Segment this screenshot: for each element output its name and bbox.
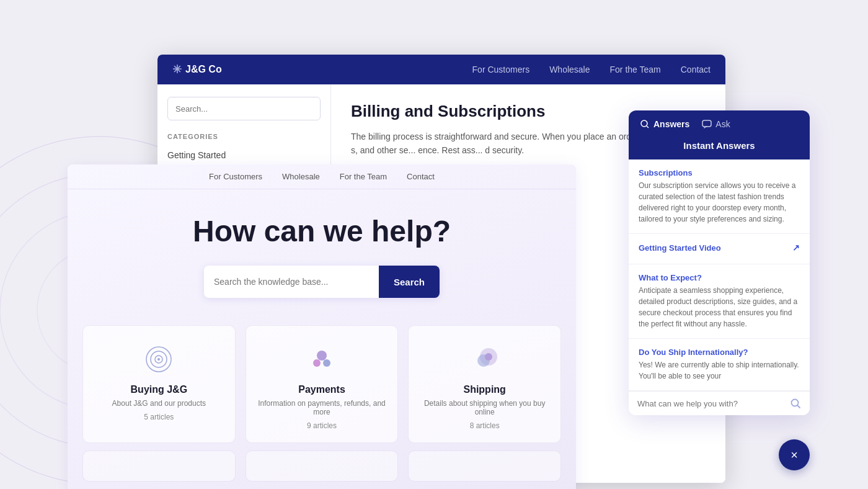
svg-point-10 <box>313 359 321 367</box>
tab-answers[interactable]: Answers <box>640 119 689 129</box>
help-nav-contact[interactable]: Contact <box>407 172 435 181</box>
card-articles-shipping: 8 articles <box>418 421 551 430</box>
chat-footer <box>629 391 810 415</box>
nav-links: For Customers Wholesale For the Team Con… <box>472 65 711 74</box>
card-title-shipping: Shipping <box>418 384 551 395</box>
svg-point-8 <box>157 358 160 361</box>
card-title-payments: Payments <box>256 384 388 395</box>
chat-item-title-what-to-expect: What to Expect? <box>639 273 800 282</box>
chat-items: Subscriptions Our subscription service a… <box>629 159 810 391</box>
help-hero: How can we help? Search <box>68 189 576 310</box>
sidebar-item-getting-started[interactable]: Getting Started <box>167 146 321 164</box>
search-button[interactable]: Search <box>379 266 440 298</box>
category-cards-row2 <box>68 443 576 482</box>
tab-ask[interactable]: Ask <box>702 119 730 129</box>
sidebar-categories: CATEGORIES Getting Started <box>167 133 321 164</box>
tab-ask-label: Ask <box>715 119 730 129</box>
category-card-payments[interactable]: Payments Information on payments, refund… <box>246 325 399 443</box>
svg-point-15 <box>641 120 647 127</box>
chat-icon <box>702 119 712 129</box>
chat-item-title-subscriptions: Subscriptions <box>639 168 800 177</box>
categories-label: CATEGORIES <box>167 133 321 140</box>
svg-point-9 <box>317 351 327 361</box>
chat-panel: Answers Ask Instant Answers Subscription… <box>629 110 810 415</box>
buying-icon <box>143 343 175 375</box>
search-icon <box>640 119 650 129</box>
svg-point-14 <box>485 353 492 361</box>
category-card-buying[interactable]: Buying J&G About J&G and our products 5 … <box>82 325 236 443</box>
chat-item-body-subscriptions: Our subscription service allows you to r… <box>639 180 800 225</box>
logo-asterisk: ✳ <box>172 63 182 76</box>
help-nav: For Customers Wholesale For the Team Con… <box>68 164 576 189</box>
shipping-icon <box>469 343 501 375</box>
logo-text: J&G Co <box>185 64 222 75</box>
chat-item-what-to-expect[interactable]: What to Expect? Anticipate a seamless sh… <box>629 264 810 339</box>
help-nav-for-customers[interactable]: For Customers <box>209 172 262 181</box>
nav-for-the-team[interactable]: For the Team <box>610 65 661 74</box>
chat-item-body-what-to-expect: Anticipate a seamless shopping experienc… <box>639 285 800 330</box>
card-desc-payments: Information on payments, refunds, and mo… <box>256 399 388 416</box>
category-card-shipping[interactable]: Shipping Details about shipping when you… <box>408 325 561 443</box>
chat-title-bar: Instant Answers <box>629 138 810 159</box>
help-page: For Customers Wholesale For the Team Con… <box>68 164 576 489</box>
close-button[interactable]: × <box>779 439 810 470</box>
nav-for-customers[interactable]: For Customers <box>472 65 530 74</box>
category-cards: Buying J&G About J&G and our products 5 … <box>68 310 576 443</box>
card-desc-buying: About J&G and our products <box>93 399 225 408</box>
category-card-extra-1[interactable] <box>82 451 236 482</box>
chat-search-icon[interactable] <box>790 398 801 409</box>
card-articles-buying: 5 articles <box>93 413 225 421</box>
chat-section-title: Instant Answers <box>640 140 799 151</box>
svg-point-11 <box>323 359 330 367</box>
nav-logo: ✳ J&G Co <box>172 63 222 76</box>
chat-item-body-ship-internationally: Yes! We are currently able to ship inter… <box>639 359 800 382</box>
close-icon: × <box>790 449 798 461</box>
chat-item-title-ship-internationally: Do You Ship Internationally? <box>639 348 800 357</box>
svg-line-16 <box>647 126 649 128</box>
help-nav-wholesale[interactable]: Wholesale <box>282 172 320 181</box>
nav-wholesale[interactable]: Wholesale <box>549 65 590 74</box>
payments-icon <box>306 343 338 375</box>
chat-input[interactable] <box>637 399 785 408</box>
chat-item-subscriptions[interactable]: Subscriptions Our subscription service a… <box>629 159 810 234</box>
nav-bar: ✳ J&G Co For Customers Wholesale For the… <box>157 55 725 84</box>
knowledge-base-search-input[interactable] <box>204 266 379 298</box>
help-hero-title: How can we help? <box>82 214 561 248</box>
help-search-bar: Search <box>204 266 440 298</box>
card-desc-shipping: Details about shipping when you buy onli… <box>418 399 551 416</box>
category-card-extra-2[interactable] <box>246 451 399 482</box>
sidebar-search-input[interactable] <box>167 97 321 120</box>
svg-rect-17 <box>702 120 711 127</box>
help-nav-for-the-team[interactable]: For the Team <box>340 172 387 181</box>
tab-answers-label: Answers <box>653 119 689 129</box>
external-link-icon: ↗ <box>792 243 800 253</box>
chat-header: Answers Ask <box>629 110 810 138</box>
chat-item-getting-started-video[interactable]: Getting Started Video ↗ <box>629 234 810 264</box>
nav-contact[interactable]: Contact <box>681 65 711 74</box>
svg-point-18 <box>792 400 799 406</box>
card-articles-payments: 9 articles <box>256 421 388 430</box>
card-title-buying: Buying J&G <box>93 384 225 395</box>
chat-item-title-getting-started-video: Getting Started Video ↗ <box>639 243 800 253</box>
chat-item-ship-internationally[interactable]: Do You Ship Internationally? Yes! We are… <box>629 339 810 391</box>
category-card-extra-3[interactable] <box>408 451 561 482</box>
svg-line-19 <box>798 406 800 408</box>
